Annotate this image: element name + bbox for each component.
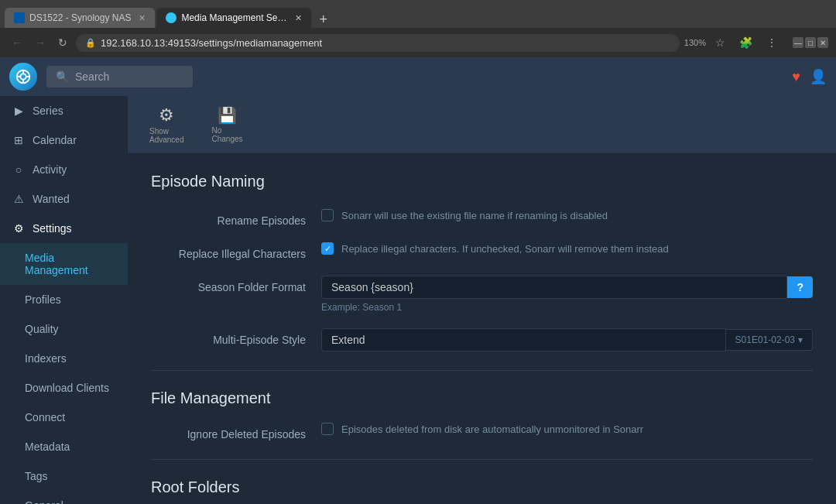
metadata-label: Metadata <box>25 441 70 453</box>
activity-icon: ○ <box>12 163 25 176</box>
season-folder-format-label: Season Folder Format <box>151 276 321 293</box>
no-changes-label: NoChanges <box>211 126 242 143</box>
wanted-icon: ⚠ <box>12 193 25 205</box>
sidebar-item-download-clients[interactable]: Download Clients <box>0 373 128 403</box>
back-button[interactable]: ← <box>8 34 26 51</box>
season-folder-input-group: ? <box>321 276 813 299</box>
app-logo <box>9 63 37 91</box>
sidebar-item-calendar[interactable]: ⊞ Calendar <box>0 125 128 155</box>
rename-episodes-checkbox-wrapper: Sonarr will use the existing file name i… <box>321 209 813 221</box>
settings-icon: ⚙ <box>12 222 25 235</box>
tab-synology[interactable]: DS1522 - Synology NAS ✕ <box>5 8 155 28</box>
address-bar[interactable]: 🔒 <box>76 34 680 52</box>
sidebar-series-label: Series <box>33 105 63 117</box>
sidebar-item-tags[interactable]: Tags <box>0 461 128 491</box>
calendar-icon: ⊞ <box>12 134 25 146</box>
sidebar-item-series[interactable]: ▶ Series <box>0 96 128 125</box>
no-changes-button[interactable]: 💾 NoChanges <box>205 103 248 146</box>
rename-episodes-hint: Sonarr will use the existing file name i… <box>341 210 608 221</box>
rename-episodes-checkbox[interactable] <box>321 209 334 221</box>
section-divider-1 <box>151 370 813 371</box>
sonarr-favicon <box>166 12 176 23</box>
sidebar-item-connect[interactable]: Connect <box>0 403 128 432</box>
replace-illegal-row: Replace Illegal Characters Replace illeg… <box>151 242 813 260</box>
sidebar-item-indexers[interactable]: Indexers <box>0 344 128 373</box>
forward-button[interactable]: → <box>31 34 50 51</box>
sidebar-item-wanted[interactable]: ⚠ Wanted <box>0 184 128 214</box>
download-clients-label: Download Clients <box>25 382 109 394</box>
multi-episode-value[interactable]: Extend <box>321 328 726 351</box>
close-window-button[interactable]: ✕ <box>817 37 828 48</box>
ignore-deleted-control: Episodes deleted from disk are automatic… <box>321 423 813 435</box>
synology-favicon <box>14 12 25 23</box>
sidebar-calendar-label: Calendar <box>33 134 77 146</box>
multi-episode-style-control: Extend S01E01-02-03 ▾ <box>321 328 813 351</box>
season-folder-format-row: Season Folder Format ? Example: Season 1 <box>151 276 813 313</box>
minimize-button[interactable]: — <box>793 37 803 48</box>
quality-label: Quality <box>25 323 59 335</box>
menu-button[interactable]: ⋮ <box>762 34 782 51</box>
tab-sonarr-close[interactable]: ✕ <box>295 13 302 23</box>
multi-episode-preview-text: S01E01-02-03 <box>735 334 795 345</box>
multi-episode-style-row: Multi-Episode Style Extend S01E01-02-03 … <box>151 328 813 351</box>
sidebar-item-metadata[interactable]: Metadata <box>0 432 128 461</box>
season-folder-example: Example: Season 1 <box>321 302 813 313</box>
search-icon: 🔍 <box>56 70 69 83</box>
ignore-deleted-hint: Episodes deleted from disk are automatic… <box>341 423 643 435</box>
show-advanced-label: ShowAdvanced <box>149 127 183 144</box>
sidebar-item-settings[interactable]: ⚙ Settings <box>0 214 128 243</box>
replace-illegal-checkbox[interactable] <box>321 242 334 255</box>
season-folder-help-button[interactable]: ? <box>787 276 813 298</box>
ignore-deleted-row: Ignore Deleted Episodes Episodes deleted… <box>151 423 813 441</box>
tab-synology-close[interactable]: ✕ <box>139 13 146 23</box>
episode-naming-section: Episode Naming Rename Episodes Sonarr wi… <box>151 173 813 351</box>
window-controls: — □ ✕ <box>793 37 828 48</box>
replace-illegal-checkbox-wrapper: Replace illegal characters. If unchecked… <box>321 242 813 255</box>
sidebar-activity-label: Activity <box>33 163 67 176</box>
show-advanced-button[interactable]: ⚙ ShowAdvanced <box>143 102 190 147</box>
browser-chrome: DS1522 - Synology NAS ✕ Media Management… <box>0 0 836 57</box>
browser-controls: ← → ↻ 🔒 130% ☆ 🧩 ⋮ — □ ✕ <box>0 28 836 57</box>
extensions-button[interactable]: 🧩 <box>735 34 757 51</box>
ignore-deleted-checkbox[interactable] <box>321 423 334 435</box>
general-label: General <box>25 499 63 504</box>
sidebar-item-quality[interactable]: Quality <box>0 314 128 344</box>
root-folders-section: Root Folders Path Free Space Unmapped Fo… <box>151 478 813 504</box>
svg-point-1 <box>20 74 26 79</box>
replace-illegal-control: Replace illegal characters. If unchecked… <box>321 242 813 255</box>
tab-sonarr[interactable]: Media Management Setti… ✕ <box>156 8 311 28</box>
media-management-label: Media Management <box>25 252 115 276</box>
indexers-label: Indexers <box>25 352 67 365</box>
sidebar-settings-label: Settings <box>33 222 72 235</box>
profiles-label: Profiles <box>25 293 61 306</box>
sidebar-item-profiles[interactable]: Profiles <box>0 285 128 314</box>
file-management-section: File Management Ignore Deleted Episodes … <box>151 389 813 441</box>
tab-synology-label: DS1522 - Synology NAS <box>29 12 131 23</box>
ignore-deleted-checkbox-wrapper: Episodes deleted from disk are automatic… <box>321 423 813 435</box>
lock-icon: 🔒 <box>85 38 96 48</box>
season-folder-format-control: ? Example: Season 1 <box>321 276 813 313</box>
new-tab-button[interactable]: + <box>313 12 334 28</box>
multi-episode-preview[interactable]: S01E01-02-03 ▾ <box>726 329 813 351</box>
bookmark-button[interactable]: ☆ <box>711 34 730 51</box>
maximize-button[interactable]: □ <box>805 37 816 48</box>
tab-sonarr-label: Media Management Setti… <box>181 12 287 23</box>
sidebar: ▶ Series ⊞ Calendar ○ Activity ⚠ Wanted … <box>0 96 128 504</box>
season-folder-input[interactable] <box>321 276 787 299</box>
address-input[interactable] <box>101 37 670 49</box>
toolbar: ⚙ ShowAdvanced 💾 NoChanges <box>128 96 836 154</box>
sidebar-item-activity[interactable]: ○ Activity <box>0 155 128 184</box>
main-area: ▶ Series ⊞ Calendar ○ Activity ⚠ Wanted … <box>0 96 836 504</box>
ignore-deleted-label: Ignore Deleted Episodes <box>151 423 321 441</box>
show-advanced-icon: ⚙ <box>159 105 174 125</box>
multi-episode-style-label: Multi-Episode Style <box>151 328 321 346</box>
search-input[interactable] <box>75 70 183 83</box>
sidebar-item-general[interactable]: General <box>0 491 128 504</box>
search-box[interactable]: 🔍 <box>46 66 193 87</box>
heart-icon[interactable]: ♥ <box>792 69 800 85</box>
rename-episodes-row: Rename Episodes Sonarr will use the exis… <box>151 209 813 227</box>
sidebar-item-media-management[interactable]: Media Management <box>0 243 128 285</box>
reload-button[interactable]: ↻ <box>54 34 71 51</box>
connect-label: Connect <box>25 411 65 423</box>
user-icon[interactable]: 👤 <box>810 68 827 85</box>
